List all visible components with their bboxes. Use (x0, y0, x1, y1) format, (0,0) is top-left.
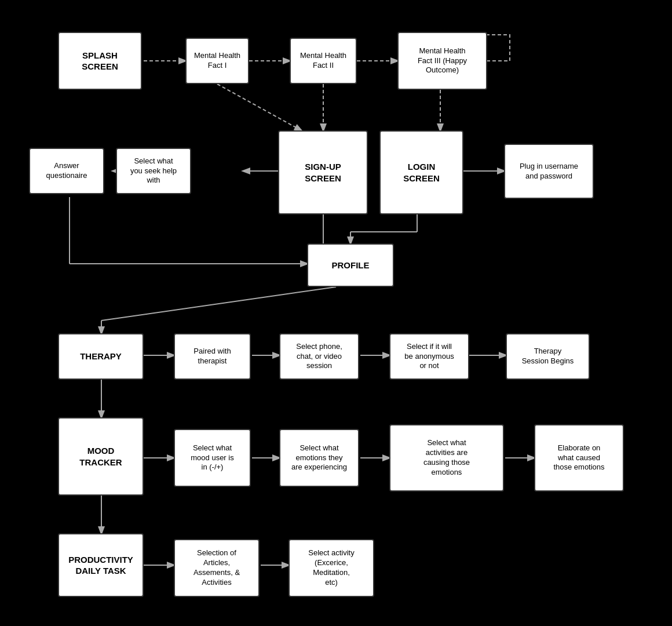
select-activity-node: Select activity (Excerice, Meditation, e… (288, 539, 374, 597)
login-node: LOGIN SCREEN (379, 130, 463, 214)
profile-node: PROFILE (307, 243, 394, 287)
select-activities-node: Select what activities are causing those… (389, 424, 504, 492)
diagram: SPLASH SCREEN Mental Health Fact I Menta… (0, 0, 672, 626)
select-mood-node: Select what mood user is in (-/+) (174, 429, 251, 487)
fact2-node: Mental Health Fact II (290, 38, 357, 84)
selection-articles-node: Selection of Articles, Assements, & Acti… (174, 539, 260, 597)
fact3-node: Mental Health Fact III (Happy Outcome) (397, 32, 487, 90)
select-emotions-node: Select what emotions they are experienci… (279, 429, 359, 487)
mood-tracker-node: MOOD TRACKER (58, 417, 144, 496)
productivity-node: PRODUCTIVITY DAILY TASK (58, 533, 144, 597)
plug-node: Plug in username and password (504, 144, 594, 199)
answer-q-node: Answer questionaire (29, 148, 104, 194)
fact1-node: Mental Health Fact I (185, 38, 249, 84)
elaborate-node: Elaborate on what caused those emotions (534, 424, 624, 492)
signup-node: SIGN-UP SCREEN (278, 130, 368, 214)
therapy-begins-node: Therapy Session Begins (506, 333, 590, 380)
svg-line-3 (217, 84, 301, 130)
therapy-node: THERAPY (58, 333, 144, 380)
anonymous-node: Select if it will be anonymous or not (389, 333, 469, 380)
select-session-node: Select phone, chat, or video session (279, 333, 359, 380)
svg-line-14 (101, 287, 336, 321)
select-help-node: Select what you seek help with (116, 148, 191, 194)
paired-node: Paired with therapist (174, 333, 251, 380)
splash-screen-node: SPLASH SCREEN (58, 32, 142, 90)
